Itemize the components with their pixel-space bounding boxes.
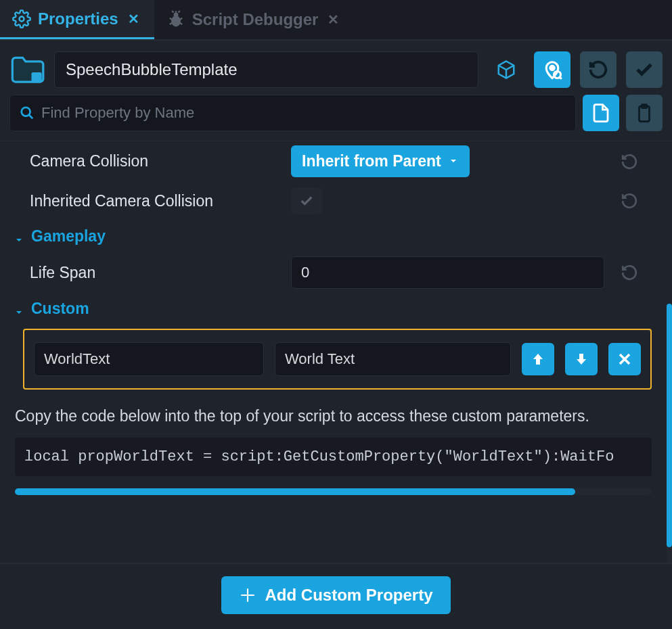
label-inherited-camera-collision: Inherited Camera Collision <box>30 192 280 210</box>
bug-icon <box>166 10 185 29</box>
gear-icon <box>12 9 31 28</box>
custom-hint-text: Copy the code below into the top of your… <box>0 396 664 434</box>
custom-key-value: WorldText <box>44 350 110 368</box>
move-down-button[interactable] <box>565 343 598 375</box>
header-row: SpeechBubbleTemplate <box>0 41 672 95</box>
svg-point-0 <box>20 16 24 21</box>
cube-link-button[interactable] <box>488 51 524 88</box>
search-box[interactable] <box>9 95 576 131</box>
label-life-span: Life Span <box>30 264 280 282</box>
properties-body: Camera Collision Inherit from Parent <box>0 141 672 563</box>
footer: Add Custom Property <box>0 563 672 629</box>
apply-button[interactable] <box>626 51 663 88</box>
row-camera-collision: Camera Collision Inherit from Parent <box>0 141 664 181</box>
template-name-value: SpeechBubbleTemplate <box>66 60 238 79</box>
revert-button[interactable] <box>580 51 617 88</box>
code-snippet-box[interactable]: local propWorldText = script:GetCustomPr… <box>15 438 652 476</box>
copy-page-button[interactable] <box>583 95 619 131</box>
life-span-input[interactable]: 0 <box>291 256 604 289</box>
reset-button[interactable] <box>615 258 644 287</box>
vertical-scroll-thumb[interactable] <box>667 304 672 547</box>
chevron-down-icon <box>14 304 24 314</box>
row-life-span: Life Span 0 <box>0 252 664 293</box>
custom-key-field[interactable]: WorldText <box>34 342 264 376</box>
life-span-value: 0 <box>301 264 309 281</box>
dropdown-value: Inherit from Parent <box>302 152 441 170</box>
section-gameplay-title: Gameplay <box>31 227 106 246</box>
svg-rect-3 <box>31 72 41 83</box>
tab-properties[interactable]: Properties ✕ <box>0 0 154 39</box>
horizontal-scrollbar[interactable] <box>15 488 652 495</box>
label-camera-collision: Camera Collision <box>30 152 280 170</box>
add-custom-property-button[interactable]: Add Custom Property <box>221 576 450 614</box>
tab-bar: Properties ✕ Script Debugger ✕ <box>0 0 672 41</box>
scroll-area: Camera Collision Inherit from Parent <box>0 141 664 563</box>
svg-point-1 <box>171 16 181 26</box>
svg-point-4 <box>550 66 554 70</box>
svg-point-6 <box>22 108 30 116</box>
search-row <box>0 95 672 141</box>
move-up-button[interactable] <box>522 343 554 375</box>
clipboard-button[interactable] <box>626 95 663 131</box>
close-icon[interactable]: ✕ <box>325 10 342 29</box>
reset-button[interactable] <box>615 147 644 176</box>
row-inherited-camera-collision: Inherited Camera Collision <box>0 181 664 220</box>
section-custom-title: Custom <box>31 300 89 318</box>
search-input[interactable] <box>41 104 566 122</box>
section-gameplay[interactable]: Gameplay <box>0 220 664 252</box>
inherited-camera-collision-check <box>291 187 322 214</box>
search-icon <box>20 106 35 120</box>
custom-property-row: WorldText World Text <box>23 329 652 390</box>
properties-panel: Properties ✕ Script Debugger ✕ SpeechBu <box>0 0 672 629</box>
svg-point-2 <box>173 13 178 18</box>
custom-value-text: World Text <box>285 350 355 368</box>
locate-button[interactable] <box>534 51 570 88</box>
tab-debugger-label: Script Debugger <box>192 10 319 29</box>
svg-point-5 <box>554 72 561 78</box>
delete-button[interactable] <box>608 343 641 375</box>
close-icon[interactable]: ✕ <box>125 9 142 28</box>
section-custom[interactable]: Custom <box>0 293 664 325</box>
chevron-down-icon <box>14 231 24 242</box>
add-button-label: Add Custom Property <box>265 586 432 605</box>
reset-button[interactable] <box>615 187 644 215</box>
tab-properties-label: Properties <box>38 9 118 28</box>
chevron-down-icon <box>448 152 459 170</box>
tab-script-debugger[interactable]: Script Debugger ✕ <box>154 0 355 39</box>
vertical-scrollbar[interactable] <box>665 141 672 563</box>
folder-template-icon <box>9 55 45 85</box>
template-name-field[interactable]: SpeechBubbleTemplate <box>54 51 478 88</box>
camera-collision-dropdown[interactable]: Inherit from Parent <box>291 145 470 177</box>
code-snippet-text: local propWorldText = script:GetCustomPr… <box>24 448 614 465</box>
custom-value-field[interactable]: World Text <box>275 342 511 376</box>
horizontal-scroll-thumb[interactable] <box>15 488 575 495</box>
